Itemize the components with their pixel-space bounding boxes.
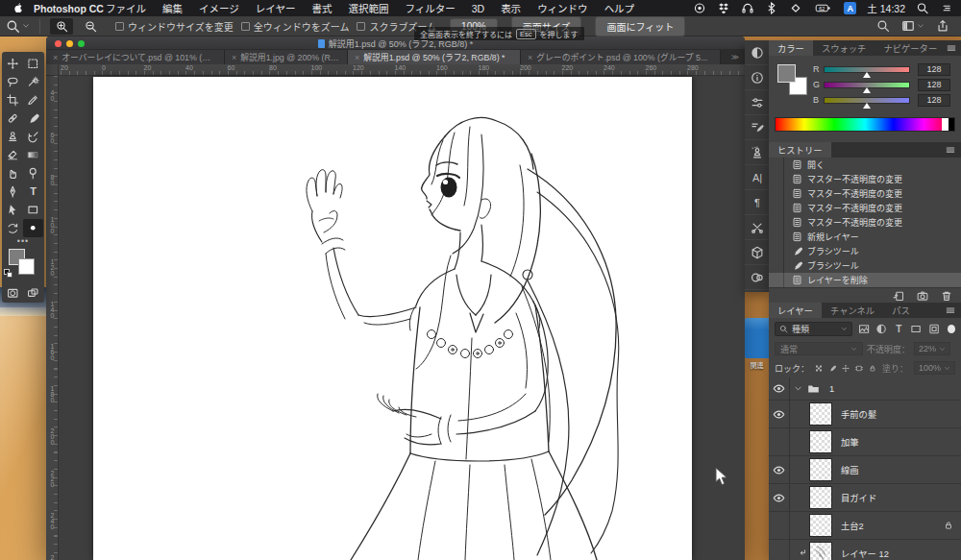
screen-mode-button[interactable] [23,284,43,302]
menu-item-9[interactable]: ウィンドウ [537,1,588,15]
pen-tool[interactable] [3,183,23,201]
panel-3d-button[interactable] [745,240,770,265]
option-checkbox-0[interactable]: ウィンドウサイズを変更 [115,19,234,34]
snapshot-well[interactable] [769,186,784,201]
gradient-tool[interactable] [23,146,43,164]
desktop-window-fragment[interactable] [745,318,769,358]
snapshot-well[interactable] [769,158,784,172]
crop-tool[interactable] [3,91,23,110]
history-item-4[interactable]: マスター不透明度の変更 [769,215,961,230]
tab-チャンネル[interactable]: チャンネル [822,303,883,318]
panel-adjustments-button[interactable] [745,40,770,65]
option-checkbox-1[interactable]: 全ウィンドウをズーム [241,19,350,34]
document-tab-1[interactable]: ×解説用1.jpg @ 200% (RGB... [225,50,348,64]
close-tab-icon[interactable]: × [232,53,236,62]
ruler-corner[interactable] [46,64,59,76]
menu-item-0[interactable]: ファイル [106,1,146,15]
menu-item-4[interactable]: 書式 [311,1,332,15]
panel-tool-presets-button[interactable] [745,215,770,240]
rectangle-tool[interactable] [23,201,43,219]
history-brush-tool[interactable] [23,128,43,146]
menu-item-3[interactable]: レイヤー [256,1,296,15]
battery-icon[interactable]: 62 [813,2,833,14]
slider-thumb-icon[interactable] [863,87,871,93]
snapshot-well[interactable] [769,215,784,230]
tab-パス[interactable]: パス [883,303,919,318]
snapshot-well[interactable] [769,273,784,287]
channel-value[interactable]: 128 [918,94,950,107]
white-chip[interactable] [942,118,949,131]
layer-row-3[interactable]: 線画 [769,456,961,484]
slider-thumb-icon[interactable] [863,72,871,78]
search-icon[interactable] [876,19,890,33]
layer-row-1[interactable]: 手前の髪 [769,401,961,428]
menu-app-name[interactable]: Photoshop CC [34,3,104,14]
visibility-toggle[interactable] [769,512,790,539]
history-item-0[interactable]: 開く [769,158,961,172]
panel-properties-button[interactable] [745,90,770,115]
layer-thumbnail[interactable] [809,402,832,426]
snapshot-well[interactable] [769,230,784,244]
history-item-6[interactable]: ブラシツール [769,244,961,258]
move-tool[interactable] [3,55,23,73]
channel-slider-R[interactable] [824,66,910,73]
visibility-toggle[interactable] [769,428,790,455]
layer-thumbnail[interactable] [809,514,832,537]
apple-menu-icon[interactable] [12,2,24,14]
layer-row-6[interactable]: レイヤー 12 [769,540,961,560]
tab-overflow-icon[interactable]: ≫ [726,50,745,64]
filter-toggle-button[interactable] [948,325,955,333]
snapshot-well[interactable] [769,172,784,186]
notification-center-icon[interactable] [940,2,953,14]
panel-brush-settings-button[interactable] [745,115,770,140]
history-item-3[interactable]: マスター不透明度の変更 [769,201,961,215]
history-item-2[interactable]: マスター不透明度の変更 [769,186,961,201]
menu-item-2[interactable]: イメージ [199,1,239,15]
menu-item-10[interactable]: ヘルプ [604,1,635,15]
menu-item-7[interactable]: 3D [472,3,484,14]
input-source-icon[interactable]: A [844,2,856,14]
slider-thumb-icon[interactable] [863,103,871,109]
desktop-file-label[interactable]: 関連 [744,360,770,370]
lock-position-icon[interactable] [842,363,850,374]
fit-on-screen-button[interactable]: 画面にフィット [595,16,685,37]
tab-history[interactable]: ヒストリー [769,142,831,158]
lock-artboard-icon[interactable] [855,363,863,374]
dodge-tool[interactable] [23,164,43,183]
panel-menu[interactable] [945,303,961,318]
bluetooth-icon[interactable] [765,2,778,14]
layer-row-5[interactable]: 土台2 [769,512,961,540]
menu-item-6[interactable]: フィルター [405,1,455,15]
layer-thumbnail[interactable] [809,486,832,509]
canvas[interactable] [93,77,692,560]
spotlight-icon[interactable] [916,2,929,14]
new-document-from-state-icon[interactable] [893,290,904,302]
type-filter-icon[interactable]: T [893,323,904,335]
swap-colors-icon[interactable] [31,246,40,256]
eraser-tool[interactable] [3,146,23,164]
document-tab-0[interactable]: ×オーバーレイについて.psd @ 101% (グレ... [46,50,225,64]
adjustment-filter-icon[interactable] [875,323,887,335]
zoom-tool[interactable] [23,219,43,237]
snapshot-well[interactable] [769,244,784,258]
pixel-filter-icon[interactable] [858,323,870,335]
foreground-color-swatch[interactable] [777,64,796,83]
type-tool[interactable]: T [23,183,43,201]
record-icon[interactable] [693,2,706,14]
quick-select-tool[interactable] [23,73,43,91]
lock-transparency-icon[interactable] [815,363,823,374]
visibility-toggle[interactable] [769,456,790,483]
layer-filter-kind-select[interactable]: 種類 [775,322,852,336]
opacity-value[interactable]: 22% [914,342,950,355]
tab-レイヤー[interactable]: レイヤー [769,303,822,318]
marquee-tool[interactable] [23,55,43,73]
shape-filter-icon[interactable] [910,323,922,335]
panel-paragraph-button[interactable]: ¶ [745,190,770,215]
smart-object-filter-icon[interactable] [928,323,940,335]
layer-thumbnail[interactable] [809,458,832,481]
quick-mask-button[interactable] [3,284,23,302]
headphones-icon[interactable] [741,2,754,14]
dropbox-icon[interactable] [717,2,730,14]
edit-toolbar-ellipsis-icon[interactable]: ••• [2,237,44,246]
channel-slider-G[interactable] [824,82,910,88]
